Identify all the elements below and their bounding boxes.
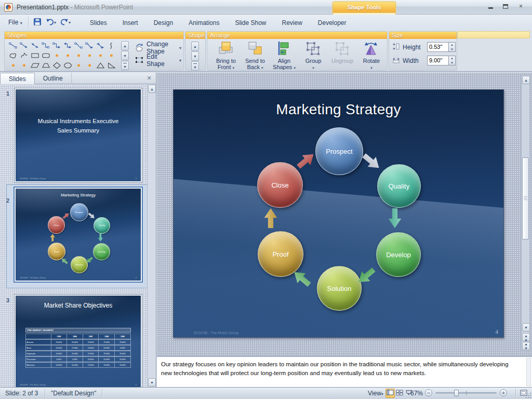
close-pane-icon[interactable]: ✕ <box>145 75 153 82</box>
width-spinner[interactable]: 9.00" ▲▼ <box>427 56 456 65</box>
zoom-slider-thumb[interactable] <box>454 390 459 396</box>
view-menu[interactable]: View▾ <box>368 390 383 397</box>
shape-gallery-item-diamond[interactable] <box>51 60 62 70</box>
file-menu-button[interactable]: File ▾ <box>3 17 28 28</box>
normal-view-button[interactable] <box>385 389 395 398</box>
spin-down-icon[interactable]: ▼ <box>449 61 455 65</box>
spin-down-icon[interactable]: ▼ <box>449 47 455 52</box>
shape-gallery-item-connector-straight[interactable] <box>8 41 19 50</box>
gallery-scroll-down-icon[interactable]: ▼ <box>121 51 129 60</box>
shape-gallery-item-dot[interactable] <box>95 50 106 60</box>
cycle-node-develop[interactable]: Develop <box>376 232 421 277</box>
main-scrollbar[interactable]: ▲ ▼ ▲▲ ▼▼ <box>521 75 530 350</box>
cycle-node-proof[interactable]: Proof <box>258 231 303 277</box>
shape-gallery-item-connector-curved-double[interactable] <box>95 41 106 50</box>
cycle-node-proof[interactable]: Proof <box>48 243 65 260</box>
thumbnails-scrollbar[interactable]: ▲ ▼ <box>147 84 156 387</box>
redo-button[interactable]: ▾ <box>59 17 72 28</box>
send-to-back-button[interactable]: Send toBack ▾ <box>241 39 270 70</box>
spin-up-icon[interactable]: ▲ <box>449 56 455 61</box>
shape-gallery-item-dot[interactable] <box>19 60 30 70</box>
notes-text[interactable]: Our strategy focuses on key opinion lead… <box>161 360 514 377</box>
slide-thumbnail-3[interactable]: Market Share ObjectivesPER MARKET SEGMEN… <box>15 295 142 389</box>
shape-gallery-item-dot[interactable] <box>8 60 19 70</box>
shape-gallery-item-connector-straight-arrow[interactable] <box>19 41 30 50</box>
width-value[interactable]: 9.00" <box>427 56 449 65</box>
resize-grip[interactable] <box>525 392 531 398</box>
edit-shape-button[interactable]: Edit Shape ▾ <box>132 54 183 66</box>
cycle-arrow[interactable] <box>98 234 103 242</box>
cycle-node-prospect[interactable]: Prospect <box>70 203 88 221</box>
tab-design[interactable]: Design <box>146 16 181 30</box>
cycle-node-solution[interactable]: Solution <box>71 256 88 273</box>
gallery-scroll-up-icon[interactable]: ▲ <box>121 41 129 50</box>
styles-scroll-down-icon[interactable]: ▼ <box>191 51 199 61</box>
minimize-button[interactable] <box>484 3 498 11</box>
previous-slide-button[interactable]: ▲▲ <box>522 333 530 341</box>
height-spin-buttons[interactable]: ▲▼ <box>449 42 456 52</box>
shape-gallery-item-octagon[interactable] <box>62 60 73 70</box>
zoom-slider[interactable] <box>435 392 497 394</box>
shape-gallery-item-dot[interactable] <box>106 50 117 60</box>
cycle-arrow[interactable] <box>388 208 402 228</box>
shape-gallery-item-curve[interactable] <box>106 41 117 50</box>
slide-canvas[interactable]: Marketing Strategy 20/10/96 - The Music … <box>173 89 504 338</box>
spin-up-icon[interactable]: ▲ <box>449 43 455 47</box>
cycle-node-quality[interactable]: Quality <box>377 164 421 208</box>
tab-animations[interactable]: Animations <box>181 16 227 30</box>
cycle-arrow[interactable] <box>294 149 318 172</box>
scroll-up-icon[interactable]: ▲ <box>522 76 530 84</box>
bring-to-front-button[interactable]: Bring toFront ▾ <box>211 39 241 70</box>
shape-gallery-item-connector-curved-arrow[interactable] <box>84 41 95 50</box>
shape-gallery-item-scribble[interactable] <box>19 50 30 60</box>
cycle-node-quality[interactable]: Quality <box>94 217 110 234</box>
tab-outline[interactable]: Outline <box>35 73 72 84</box>
shape-gallery-item-dot[interactable] <box>62 50 73 60</box>
scroll-down-icon[interactable]: ▼ <box>148 378 156 387</box>
cycle-node-solution[interactable]: Solution <box>317 266 362 311</box>
shape-gallery-item-dot[interactable] <box>51 50 62 60</box>
shape-gallery-item-trapezoid[interactable] <box>41 60 51 70</box>
shape-gallery-item-dot[interactable] <box>73 60 84 70</box>
zoom-out-button[interactable]: − <box>425 389 432 396</box>
scroll-down-icon[interactable]: ▼ <box>522 323 530 331</box>
slide-sorter-view-button[interactable] <box>395 389 404 398</box>
tab-slides[interactable]: Slides <box>82 16 115 30</box>
tab-insert[interactable]: Insert <box>115 16 146 30</box>
cycle-node-close[interactable]: Close <box>48 216 65 234</box>
scrollbar-thumb[interactable] <box>522 157 529 240</box>
shape-gallery-item-connector-elbow[interactable] <box>41 41 51 50</box>
cycle-node-close[interactable]: Close <box>257 162 303 208</box>
cycle-arrow[interactable] <box>50 234 56 242</box>
shape-gallery-item-triangle[interactable] <box>95 60 106 70</box>
close-button[interactable]: × <box>514 3 528 11</box>
shape-gallery-item-dot[interactable] <box>73 50 84 60</box>
next-slide-button[interactable]: ▼▼ <box>522 342 530 350</box>
align-shapes-button[interactable]: AlignShapes ▾ <box>270 39 299 70</box>
cycle-arrow[interactable] <box>263 208 278 228</box>
cycle-node-prospect[interactable]: Prospect <box>315 127 363 175</box>
shape-gallery-item-rectangle[interactable] <box>30 50 41 60</box>
shape-gallery-item-connector-straight-double[interactable] <box>30 41 41 50</box>
styles-scroll-up-icon[interactable]: ▲ <box>191 42 199 51</box>
shape-gallery-item-connector-elbow-double[interactable] <box>62 41 73 50</box>
change-shape-button[interactable]: Change Shape ▾ <box>132 42 183 54</box>
shape-gallery-item-connector-curved[interactable] <box>73 41 84 50</box>
tab-developer[interactable]: Developer <box>310 16 354 30</box>
scroll-up-icon[interactable]: ▲ <box>148 85 156 93</box>
shape-gallery-item-right-triangle[interactable] <box>106 60 117 70</box>
styles-more-icon[interactable]: ▼ <box>191 61 199 71</box>
shape-gallery-item-connector-elbow-arrow[interactable] <box>51 41 62 50</box>
shape-gallery-item-dot[interactable] <box>84 60 95 70</box>
slide-thumbnail-2[interactable]: Marketing StrategyProspectQualityDevelop… <box>15 188 142 282</box>
height-value[interactable]: 0.53" <box>427 42 449 52</box>
tab-slide-show[interactable]: Slide Show <box>227 16 274 30</box>
height-spinner[interactable]: 0.53" ▲▼ <box>427 42 456 52</box>
shape-gallery-item-rounded-rectangle[interactable] <box>41 50 51 60</box>
slide-title[interactable]: Marketing Strategy <box>174 101 503 118</box>
zoom-in-button[interactable]: + <box>500 389 507 396</box>
notes-scrollbar[interactable] <box>526 358 531 386</box>
shape-gallery-item-parallelogram[interactable] <box>30 60 41 70</box>
undo-button[interactable]: ▾ <box>45 17 57 28</box>
tab-slides[interactable]: Slides <box>0 73 35 84</box>
